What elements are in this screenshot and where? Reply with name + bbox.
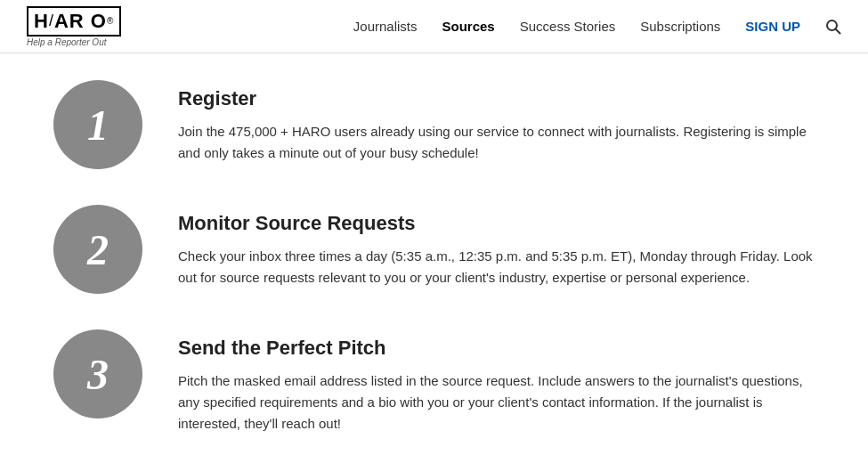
- step-1-title: Register: [178, 87, 815, 110]
- nav-success-stories[interactable]: Success Stories: [520, 19, 616, 34]
- step-2: 2 Monitor Source Requests Check your inb…: [53, 205, 815, 294]
- logo[interactable]: H/AR O® Help a Reporter Out: [27, 6, 121, 47]
- nav-sources[interactable]: Sources: [442, 19, 495, 34]
- step-2-title: Monitor Source Requests: [178, 212, 815, 235]
- nav-journalists[interactable]: Journalists: [353, 19, 418, 34]
- step-2-circle: 2: [53, 205, 142, 294]
- search-button[interactable]: [825, 19, 841, 35]
- step-1: 1 Register Join the 475,000 + HARO users…: [53, 80, 815, 169]
- logo-registered: ®: [107, 16, 114, 26]
- step-3-title: Send the Perfect Pitch: [178, 337, 815, 360]
- step-3-content: Send the Perfect Pitch Pitch the masked …: [178, 329, 815, 435]
- step-2-description: Check your inbox three times a day (5:35…: [178, 246, 815, 288]
- site-header: H/AR O® Help a Reporter Out Journalists …: [0, 0, 868, 53]
- step-3-number: 3: [87, 350, 109, 399]
- main-content: 1 Register Join the 475,000 + HARO users…: [0, 53, 868, 455]
- nav-signup[interactable]: SIGN UP: [745, 19, 800, 34]
- step-1-description: Join the 475,000 + HARO users already us…: [178, 121, 815, 164]
- step-2-number: 2: [87, 225, 109, 274]
- logo-text: H/AR O®: [27, 6, 121, 37]
- logo-tagline: Help a Reporter Out: [27, 37, 107, 47]
- step-3-description: Pitch the masked email address listed in…: [178, 370, 815, 435]
- step-1-content: Register Join the 475,000 + HARO users a…: [178, 80, 815, 164]
- step-3-circle: 3: [53, 329, 142, 418]
- search-icon: [825, 19, 841, 35]
- nav-subscriptions[interactable]: Subscriptions: [640, 19, 720, 34]
- step-2-content: Monitor Source Requests Check your inbox…: [178, 205, 815, 288]
- step-1-circle: 1: [53, 80, 142, 169]
- step-1-number: 1: [87, 101, 109, 150]
- main-nav: Journalists Sources Success Stories Subs…: [353, 19, 841, 35]
- step-3: 3 Send the Perfect Pitch Pitch the maske…: [53, 329, 815, 435]
- svg-line-1: [836, 28, 840, 33]
